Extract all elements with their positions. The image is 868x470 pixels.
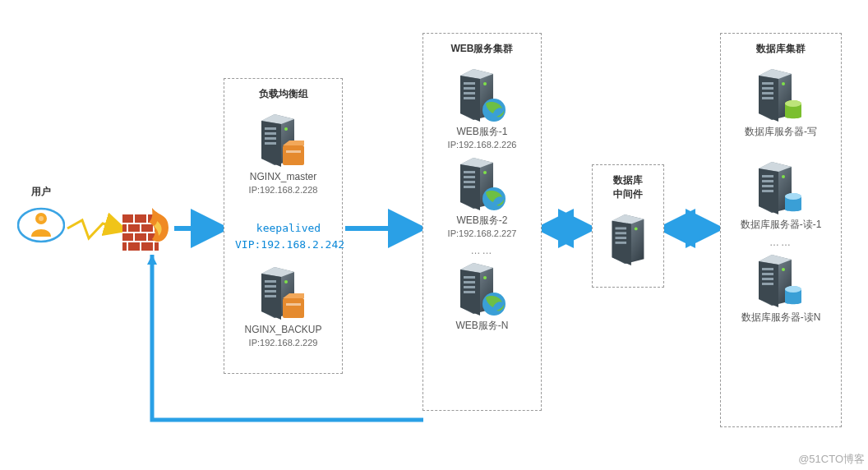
server-globe-icon [457,67,508,125]
firewall-icon [119,203,175,256]
db-write-node: 数据库服务器-写 [729,67,833,139]
node-label: 数据库服务器-读N [729,311,833,325]
nginx-backup-node: NGINX_BACKUP IP:192.168.2.229 [233,265,334,349]
server-db-read-icon [755,160,806,218]
web-node-n: WEB服务-N [432,261,533,333]
db-group-title: 数据库集群 [729,39,833,62]
db-readn-node: 数据库服务器-读N [729,253,833,325]
node-label: NGINX_master IP:192.168.2.228 [233,170,334,196]
watermark: @51CTO博客 [798,452,865,467]
server-globe-icon [457,156,508,214]
middleware-group: 数据库 中间件 [592,164,664,288]
node-label: WEB服务-1 IP:192.168.2.226 [432,125,533,151]
web-node-1: WEB服务-1 IP:192.168.2.226 [432,67,533,151]
server-firewall-icon [258,265,309,323]
web-group-title: WEB服务集群 [432,39,533,62]
web-node-2: WEB服务-2 IP:192.168.2.227 [432,156,533,240]
server-db-read-icon [755,253,806,311]
db-read1-node: 数据库服务器-读-1 [729,160,833,232]
arrow-user-firewall [67,220,119,238]
node-label: WEB服务-2 IP:192.168.2.227 [432,214,533,240]
server-db-write-icon [755,67,806,125]
node-label: WEB服务-N [432,319,533,333]
web-group: WEB服务集群 WEB服务-1 IP:192.168.2.226 WEB服务-2… [422,33,542,411]
svg-point-6 [39,216,44,221]
middleware-node [601,213,655,267]
user-label: 用户 [12,185,70,199]
middleware-title: 数据库 中间件 [601,170,655,208]
nginx-master-node: NGINX_master IP:192.168.2.228 [233,113,334,196]
db-ellipsis: …… [729,237,833,248]
lb-group-title: 负载均衡组 [233,84,334,108]
keepalived-label: keepalived VIP:192.168.2.242 [235,220,342,252]
node-label: 数据库服务器-读-1 [729,218,833,232]
web-ellipsis: …… [432,245,533,256]
user-block: 用户 [12,185,70,247]
server-firewall-icon [258,113,309,170]
user-icon [17,204,65,247]
db-group: 数据库集群 数据库服务器-写 数据库服务器-读-1 …… 数据库服务器-读N [720,33,842,427]
server-globe-icon [457,261,508,319]
node-label: NGINX_BACKUP IP:192.168.2.229 [233,323,334,349]
server-icon [607,213,649,267]
node-label: 数据库服务器-写 [729,125,833,139]
